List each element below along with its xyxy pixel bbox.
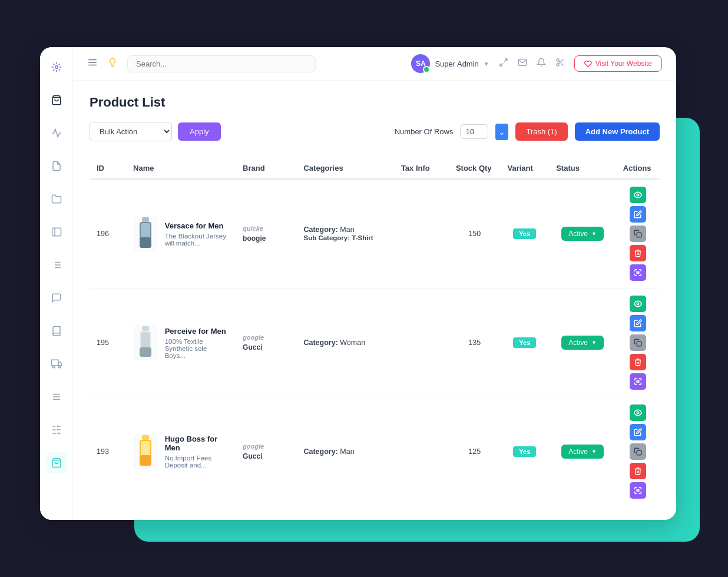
cell-status: Active ▼ [549,179,616,288]
sidebar-icon-analytics[interactable] [46,122,67,144]
num-rows-spinner[interactable]: ⌄ [495,124,508,140]
chevron-down-icon: ▼ [484,61,489,67]
svg-line-30 [504,59,507,62]
svg-rect-37 [142,217,149,222]
trash-button[interactable]: Trash (1) [515,122,567,141]
table-row: 196 Versace for Men The Blackout Jersey … [90,179,660,288]
main-card: SA Super Admin ▼ [40,47,676,520]
page-title: Product List [90,95,660,110]
user-name: Super Admin [435,59,478,68]
delete-button[interactable] [630,463,646,479]
bulk-action-select[interactable]: Bulk Action [90,122,172,141]
status-badge[interactable]: Active ▼ [561,336,604,350]
sidebar-icon-cart[interactable] [46,89,67,111]
edit-button[interactable] [630,424,646,440]
sidebar-icon-shopping[interactable] [46,452,67,473]
sidebar-icon-truck[interactable] [46,353,67,374]
user-badge[interactable]: SA Super Admin ▼ [411,54,489,73]
chevron-down-icon: ▼ [591,449,597,455]
sidebar-icon-documents[interactable] [46,155,67,177]
edit-button[interactable] [630,315,646,331]
copy-button[interactable] [630,443,646,460]
svg-point-50 [637,303,639,305]
topbar: SA Super Admin ▼ [73,47,676,81]
status-badge[interactable]: Active ▼ [561,227,604,241]
delete-button[interactable] [630,354,646,370]
cell-id: 193 [90,397,126,506]
product-image [133,216,158,251]
product-image [133,434,158,469]
search-input[interactable] [127,55,316,72]
svg-point-32 [557,59,559,61]
svg-point-59 [637,412,639,414]
variant-badge: Yes [513,337,536,348]
cell-stock: 150 [449,179,501,288]
cell-stock: 125 [449,397,501,506]
col-header-stock: Stock Qty [449,158,501,179]
cell-actions [616,288,660,397]
product-desc: 100% Textile Synthetic sole Boys... [165,338,229,359]
visit-website-label: Visit Your Website [595,59,652,68]
cell-name: Versace for Men The Blackout Jersey will… [126,179,236,288]
add-product-button[interactable]: Add New Product [575,122,660,141]
barcode-button[interactable] [630,482,646,499]
sidebar-icon-folder2[interactable] [46,221,67,243]
svg-point-33 [557,64,559,66]
num-rows-label: Number Of Rows [395,127,454,136]
scissors-icon[interactable] [555,58,565,69]
view-button[interactable] [630,296,646,312]
sidebar-icon-filter[interactable] [46,419,67,440]
view-button[interactable] [630,187,646,203]
product-image [133,325,158,360]
status-badge[interactable]: Active ▼ [561,445,604,459]
sidebar-icon-settings2[interactable] [46,386,67,407]
product-name: Hugo Boss for Men [165,435,229,452]
barcode-button[interactable] [630,373,646,390]
col-header-actions: Actions [616,158,660,179]
sidebar-icon-list[interactable] [46,254,67,276]
mail-icon[interactable] [518,58,527,69]
product-table: ID Name Brand Categories Tax Info Stock … [90,158,660,506]
table-row: 193 Hugo Boss for Men No Import Fees Dep… [90,397,660,506]
content-area: SA Super Admin ▼ [73,47,676,520]
sidebar-icon-folder1[interactable] [46,188,67,210]
product-name: Versace for Men [165,221,229,230]
menu-icon[interactable] [87,57,98,71]
copy-button[interactable] [630,334,646,351]
cell-name: Perceive for Men 100% Textile Synthetic … [126,288,236,397]
col-header-tax: Tax Info [394,158,449,179]
copy-button[interactable] [630,226,646,242]
num-rows-input[interactable] [460,124,488,139]
delete-button[interactable] [630,245,646,261]
cell-name: Hugo Boss for Men No Import Fees Deposit… [126,397,236,506]
topbar-right: SA Super Admin ▼ [411,54,662,73]
sidebar-icon-notebook[interactable] [46,320,67,341]
sidebar-icon-settings[interactable] [46,57,67,78]
toolbar-right: Number Of Rows ⌄ Trash (1) Add New Produ… [395,122,660,141]
variant-badge: Yes [513,446,536,457]
cell-tax [394,179,449,288]
svg-point-41 [637,194,639,196]
col-header-status: Status [549,158,616,179]
toolbar: Bulk Action Apply Number Of Rows ⌄ Trash… [90,122,660,141]
svg-point-12 [52,366,55,368]
edit-button[interactable] [630,206,646,223]
chevron-down-icon: ▼ [591,231,597,237]
visit-website-button[interactable]: Visit Your Website [574,55,662,72]
svg-marker-11 [58,362,61,366]
svg-point-13 [58,366,61,368]
svg-rect-2 [52,228,61,236]
apply-button[interactable]: Apply [178,122,221,141]
sidebar-icon-chat[interactable] [46,287,67,309]
product-name: Perceive for Men [165,327,229,336]
col-header-id: ID [90,158,126,179]
expand-icon[interactable] [499,58,508,69]
barcode-button[interactable] [630,264,646,281]
bell-icon[interactable] [537,58,546,69]
view-button[interactable] [630,404,646,421]
cell-status: Active ▼ [549,288,616,397]
bulb-icon [107,57,118,71]
svg-rect-51 [637,341,641,346]
cell-brand: quicke boogie [236,179,296,288]
svg-line-31 [500,63,503,66]
